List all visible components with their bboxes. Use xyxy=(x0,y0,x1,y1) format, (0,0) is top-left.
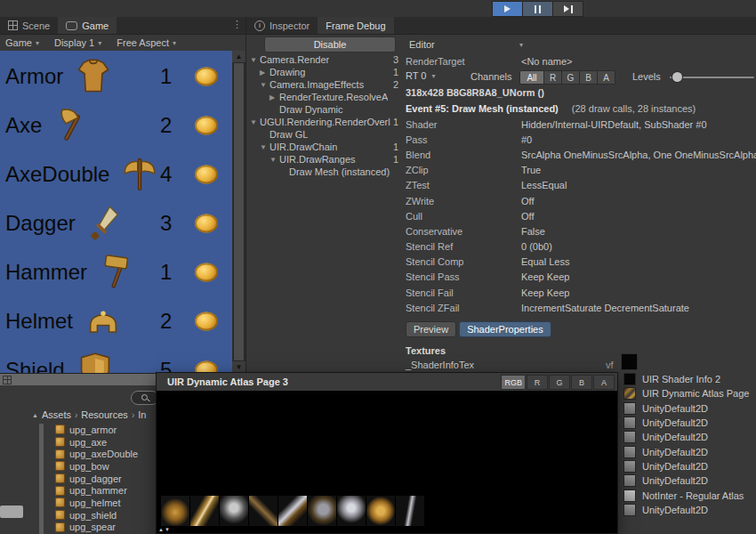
atlas-channel-a-button[interactable]: A xyxy=(593,375,615,390)
scroll-up-icon[interactable]: ▲ xyxy=(232,51,245,62)
texture-name: UnityDefault2D xyxy=(642,447,708,457)
shader-state-row: ShaderHidden/Internal-UIRDefault, SubSha… xyxy=(403,117,756,132)
asset-item[interactable]: upg_dagger xyxy=(50,473,156,485)
asset-item[interactable]: upg_shield xyxy=(50,509,156,522)
rt-dropdown[interactable]: RT 0 ▾ xyxy=(406,70,435,81)
asset-item[interactable]: upg_bow xyxy=(50,460,156,473)
levels-slider-thumb[interactable] xyxy=(672,72,682,82)
tab-game[interactable]: Game xyxy=(58,17,117,34)
chevron-down-icon: ▾ xyxy=(36,39,39,47)
game-viewport: Armor 1 Axe 2 AxeDouble 4 Dagger 3 xyxy=(0,51,245,373)
event-label: Drawing xyxy=(269,67,305,77)
texture-name: UnityDefault2D xyxy=(642,461,708,472)
shop-item-row-dagger[interactable]: Dagger 3 xyxy=(0,199,229,247)
channel-r-button[interactable]: R xyxy=(544,70,562,85)
event-row-selected[interactable]: Draw Mesh (instanced) xyxy=(246,166,403,178)
atlas-channel-b-button[interactable]: B xyxy=(571,375,592,390)
target-selector-dropdown[interactable]: Editor ▾ xyxy=(406,37,527,52)
event-row[interactable]: Draw Dynamic xyxy=(246,103,403,116)
render-target-label: RenderTarget xyxy=(403,56,521,67)
texture-list-item[interactable]: NotInter - Regular Atlas xyxy=(623,488,756,502)
event-row[interactable]: ▼ Camera.Render 3 xyxy=(246,53,403,66)
channel-g-button[interactable]: G xyxy=(562,70,580,85)
asset-item[interactable]: upg_axe xyxy=(50,436,156,449)
collapse-up-icon[interactable]: ▲ xyxy=(32,412,38,418)
channel-a-button[interactable]: A xyxy=(598,70,615,85)
texture-list-item[interactable]: UnityDefault2D xyxy=(623,416,756,430)
tab-frame-debug[interactable]: Frame Debug xyxy=(318,17,393,34)
event-row[interactable]: Draw GL xyxy=(246,128,403,141)
scrollbar-handle[interactable] xyxy=(0,506,23,518)
foldout-closed-icon[interactable]: ▶ xyxy=(269,93,279,101)
shop-item-row-armor[interactable]: Armor 1 xyxy=(0,53,229,101)
sprite-icon xyxy=(55,437,65,447)
texture-list-item[interactable]: UnityDefault2D xyxy=(623,401,756,416)
display-dropdown[interactable]: Display 1 ▾ xyxy=(49,37,111,48)
texture-list-item[interactable]: UnityDefault2D xyxy=(623,444,756,458)
event-row[interactable]: ▼ UGUI.Rendering.RenderOverla 1 xyxy=(246,116,403,128)
foldout-open-icon[interactable]: ▼ xyxy=(250,118,260,126)
game-scrollbar[interactable]: ▲ ▼ xyxy=(232,51,245,373)
asset-item[interactable]: upg_armor xyxy=(50,424,156,436)
event-row[interactable]: ▼ UIR.DrawChain 1 xyxy=(246,141,403,153)
texture-list-item[interactable]: UnityDefault2D xyxy=(623,430,756,444)
shader-properties-button[interactable]: ShaderProperties xyxy=(459,321,551,337)
item-name: Hammer xyxy=(5,260,87,285)
disable-button[interactable]: Disable xyxy=(264,36,396,53)
game-mode-label: Game xyxy=(5,37,32,48)
rt-dropdown-label: RT 0 xyxy=(406,70,426,81)
channel-b-button[interactable]: B xyxy=(580,70,598,85)
shop-item-row-shield[interactable]: Shield 5 xyxy=(0,346,229,373)
project-scrollbar[interactable] xyxy=(39,424,44,534)
asset-item[interactable]: upg_spear xyxy=(50,522,156,534)
event-row[interactable]: ▼ Camera.ImageEffects 2 xyxy=(246,78,403,91)
atlas-channel-g-button[interactable]: G xyxy=(549,375,570,390)
shop-item-row-axe[interactable]: Axe 2 xyxy=(0,101,229,150)
tab-scene[interactable]: Scene xyxy=(0,17,58,34)
atlas-window-titlebar[interactable]: UIR Dynamic Atlas Page 3 RGB R G B A xyxy=(157,373,617,392)
game-mode-dropdown[interactable]: Game ▾ xyxy=(0,37,49,48)
texture-list-item[interactable]: UnityDefault2D xyxy=(623,503,756,517)
event-row[interactable]: ▶ RenderTexture.ResolveA xyxy=(246,91,403,103)
texture-list-item[interactable]: UIR Shader Info 2 xyxy=(623,372,756,386)
atlas-channel-rgb-button[interactable]: RGB xyxy=(501,375,526,390)
tab-options-icon[interactable]: ⋮ xyxy=(232,19,242,30)
scrollbar-thumb[interactable] xyxy=(233,62,245,361)
texture-list-item[interactable]: UnityDefault2D xyxy=(623,473,756,488)
foldout-open-icon[interactable]: ▼ xyxy=(269,156,279,164)
foldout-open-icon[interactable]: ▼ xyxy=(260,143,269,151)
asset-item[interactable]: upg_helmet xyxy=(50,497,156,509)
shop-item-row-hammer[interactable]: Hammer 1 xyxy=(0,248,229,296)
breadcrumb-current[interactable]: In xyxy=(138,409,146,420)
foldout-open-icon[interactable]: ▼ xyxy=(260,81,269,89)
levels-slider[interactable] xyxy=(670,77,754,78)
texture-list-item[interactable]: UnityDefault2D xyxy=(623,459,756,473)
event-label: Draw Dynamic xyxy=(279,104,343,115)
shop-item-row-helmet[interactable]: Helmet 2 xyxy=(0,297,229,345)
event-row[interactable]: ▶ Drawing 1 xyxy=(246,66,403,78)
state-label: Stencil Pass xyxy=(403,271,521,282)
tab-inspector[interactable]: Inspector xyxy=(246,17,318,34)
hammer-icon xyxy=(98,253,137,292)
texture-list-item[interactable]: UIR Dynamic Atlas Page xyxy=(623,386,756,400)
foldout-closed-icon[interactable]: ▶ xyxy=(260,69,269,77)
foldout-open-icon[interactable]: ▼ xyxy=(250,56,260,64)
shop-item-row-axedouble[interactable]: AxeDouble 4 xyxy=(0,150,229,198)
play-button[interactable] xyxy=(492,1,522,17)
game-view-toolbar: Game ▾ Display 1 ▾ Free Aspect ▾ xyxy=(0,35,245,52)
aspect-dropdown[interactable]: Free Aspect ▾ xyxy=(111,37,186,48)
play-icon xyxy=(504,5,511,12)
step-button[interactable] xyxy=(552,1,583,17)
atlas-channel-r-button[interactable]: R xyxy=(527,375,548,390)
pause-icon xyxy=(535,5,542,13)
breadcrumb-resources[interactable]: Resources xyxy=(81,409,128,420)
channel-all-button[interactable]: All xyxy=(519,70,544,85)
breadcrumb-assets[interactable]: Assets xyxy=(42,409,71,420)
asset-item[interactable]: upg_hammer xyxy=(50,484,156,497)
event-row[interactable]: ▼ UIR.DrawRanges 1 xyxy=(246,153,403,166)
texture-property-row[interactable]: _ShaderInfoTex vf xyxy=(403,357,756,373)
asset-item[interactable]: upg_axeDouble xyxy=(50,448,156,460)
preview-button[interactable]: Preview xyxy=(406,321,456,337)
render-target-value: <No name> xyxy=(521,56,572,67)
pause-button[interactable] xyxy=(522,1,552,17)
